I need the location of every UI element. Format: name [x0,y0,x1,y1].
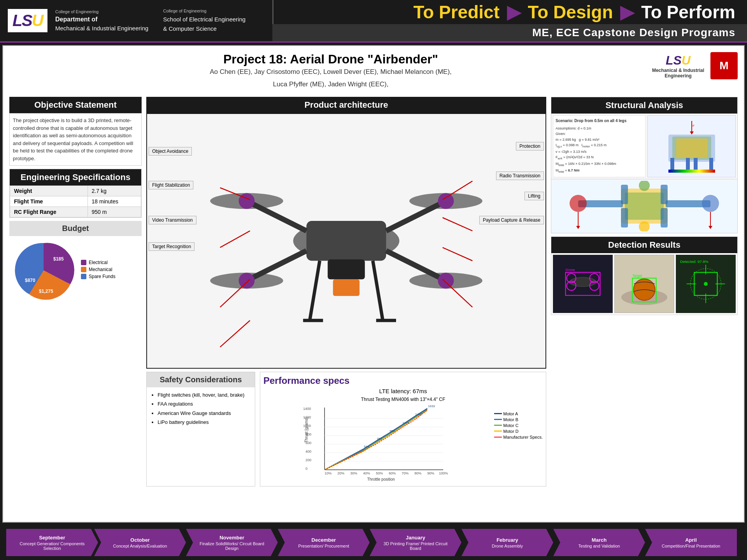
svg-line-24 [220,320,250,347]
structural-header: Structural Analysis [551,97,737,114]
list-item: American Wire Gauge standards [158,410,251,417]
thrust-chart: Thrust [grams] 0 200 400 600 800 1000 12… [263,404,491,481]
svg-text:1174: 1174 [402,421,409,425]
detect-scene-3: Detected: 97.8% [676,255,735,313]
svg-text:40%: 40% [363,471,370,475]
legend-dot-mechanical [81,267,86,272]
svg-text:Thrust [grams]: Thrust [grams] [304,417,309,443]
right-column: Structural Analysis Scenario: Drop from … [551,97,738,470]
college1-info: College of Engineering Department of Mec… [55,9,148,33]
arch-label-target-recog: Target Recognition [149,242,195,251]
header-right-stack: To Predict ▶ To Design ▶ To Perform ME, … [272,0,747,41]
legend-item-electrical: Electrical [81,260,116,265]
spec-label-weight: Weight [10,186,88,196]
lsu-dept-logo: LSU Mechanical & Industrial Engineering [652,53,704,79]
tagline-design: To Design [528,2,613,22]
arch-header: Product architecture [146,97,546,113]
header-left: LSU College of Engineering Department of… [0,0,272,41]
timeline-item-sep: September Concept Generation/ Components… [6,529,98,556]
svg-rect-80 [621,208,628,228]
svg-point-14 [438,273,454,289]
arch-diagram-box: Object Avoidance Flight Stabilization Vi… [146,113,546,369]
arch-section: Product architecture [146,97,546,369]
svg-text:1402: 1402 [415,413,422,416]
svg-line-16 [373,261,383,320]
svg-marker-89 [708,226,712,229]
svg-point-11 [239,193,255,209]
svg-text:753: 753 [377,437,382,441]
svg-text:Detected: 97.8%: Detected: 97.8% [680,259,708,264]
pie-label-spare: $1,275 [39,289,53,294]
chart-legend: Motor A Motor B Motor C [494,404,543,441]
legend-color-mfr [494,437,502,438]
svg-text:200: 200 [305,458,311,462]
budget-header: Budget [9,221,142,236]
legend-motor-c: Motor C [494,423,543,428]
svg-text:1000: 1000 [303,424,311,428]
project-title: Project 18: Aerial Drone "Airbender" [9,52,652,66]
arrow2: ▶ [620,2,639,22]
tagline: To Predict ▶ To Design ▶ To Perform [413,2,735,23]
svg-rect-65 [676,138,707,158]
safety-section: Safety Considerations Flight switches (k… [146,372,255,486]
timeline-item-jan: January 3D Printing Frame/ Printed Circu… [374,529,465,556]
svg-text:80%: 80% [414,471,421,475]
svg-text:60%: 60% [389,471,396,475]
svg-rect-81 [661,185,668,204]
structural-fea-image: F [647,115,736,177]
objective-header: Objective Statement [9,97,142,113]
lsu-dept-logo-text: LSU [652,53,704,68]
spec-value-weight: 2.7 kg [88,186,141,196]
timeline-arrow-dec: December Presentation/ Procurement [278,529,370,556]
svg-text:600: 600 [305,441,311,445]
svg-text:Throttle position: Throttle position [367,477,395,481]
safety-header: Safety Considerations [147,372,255,387]
structural-mesh-image [551,179,737,233]
svg-point-106 [704,282,708,286]
legend-item-spare: Spare Funds [81,274,116,279]
safety-content: Flight switches (kill, hover, land, brak… [147,387,255,432]
svg-line-15 [310,261,320,320]
detect-scene-1: Drone [553,255,612,313]
detection-section: Detection Results [551,236,738,315]
svg-rect-68 [686,158,690,172]
lsu-logo-text: LSU [12,11,43,30]
performance-section: Performance specs LTE latency: 67ms Thru… [260,372,546,486]
budget-section: Budget [9,221,142,304]
legend-color-d [494,430,502,432]
arch-label-protection: Protection [516,142,544,150]
detection-img-2: Target [614,255,674,313]
safety-list: Flight switches (kill, hover, land, brak… [151,391,251,426]
college2-info: College of Engineering School of Electri… [155,8,245,33]
svg-text:50%: 50% [376,471,383,475]
legend-dot-electrical [81,260,86,265]
mesh-diagram [555,181,734,231]
arch-label-flight-stab: Flight Stabilization [149,181,193,189]
svg-marker-71 [690,131,694,135]
svg-text:100%: 100% [439,471,448,475]
center-column: Product architecture [146,97,546,470]
timeline: September Concept Generation/ Components… [2,525,745,560]
svg-text:F: F [693,124,694,128]
header: LSU College of Engineering Department of… [0,0,747,43]
project-authors-line2: Luca Pfyffer (ME), Jaden Wright (EEC), [9,80,652,88]
tagline-predict: To Predict [413,2,500,22]
chart-svg-wrap: Thrust [grams] 0 200 400 600 800 1000 12… [263,404,491,483]
eng-specs-header: Engineering Specifications [10,169,141,186]
arch-label-video-trans: Video Transmission [149,216,196,224]
svg-text:0: 0 [305,467,307,471]
eng-specs-table: Weight 2.7 kg Flight Time 18 minutes RC … [10,186,141,217]
svg-text:1200: 1200 [303,415,311,419]
main-content: Project 18: Aerial Drone "Airbender" Ao … [2,45,745,523]
project-header-row: Project 18: Aerial Drone "Airbender" Ao … [9,52,738,93]
svg-text:Target: Target [632,274,642,278]
svg-text:Drone: Drone [566,268,575,272]
spec-label-flighttime: Flight Time [10,196,88,207]
legend-motor-d: Motor D [494,429,543,434]
svg-text:1633: 1633 [428,404,435,408]
svg-rect-19 [328,259,365,279]
arrow1: ▶ [507,2,526,22]
timeline-arrow-oct: October Concept Analysis/Evaluation [94,529,186,556]
legend-color-c [494,425,502,426]
svg-text:1400: 1400 [303,407,311,411]
